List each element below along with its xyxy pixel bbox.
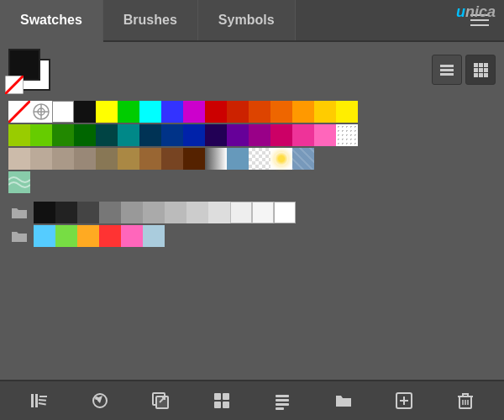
swatch-red1[interactable]: [205, 101, 227, 123]
import-button[interactable]: [145, 386, 176, 416]
swatch-tan2[interactable]: [30, 148, 52, 170]
group-folder-icon-2[interactable]: [8, 225, 30, 247]
swatch-blue2[interactable]: [183, 124, 205, 146]
none-indicator: [5, 76, 24, 94]
group-folder-icon-1[interactable]: [8, 202, 30, 223]
swatch-none[interactable]: [8, 101, 30, 123]
swatch-lightblue[interactable]: [227, 148, 249, 170]
svg-rect-13: [484, 73, 488, 77]
swatch-group-row-2: [8, 225, 496, 247]
swatch-teal[interactable]: [118, 124, 139, 146]
swatch-registration[interactable]: [30, 101, 52, 123]
swatch-brown4[interactable]: [161, 148, 183, 170]
swatch-yellow2[interactable]: [314, 101, 336, 123]
library-button[interactable]: [24, 386, 54, 416]
place-icon: [90, 391, 110, 411]
folder-button[interactable]: [328, 386, 359, 416]
swatch-paleblue[interactable]: [143, 225, 165, 247]
swatch-cyan[interactable]: [139, 101, 161, 123]
swatch-rose[interactable]: [121, 225, 143, 247]
swatch-black[interactable]: [74, 101, 96, 123]
swatch-lightpink[interactable]: [314, 124, 336, 146]
svg-rect-11: [474, 73, 478, 77]
swatch-darkgreen2[interactable]: [74, 124, 96, 146]
swatch-gray6[interactable]: [230, 202, 252, 223]
color-squares[interactable]: [8, 49, 50, 91]
swatch-red3[interactable]: [249, 101, 270, 123]
swatch-darkblue1[interactable]: [139, 124, 161, 146]
swatch-white[interactable]: [52, 101, 74, 123]
swatch-floral-pattern[interactable]: [292, 148, 314, 170]
swatch-tan4[interactable]: [74, 148, 96, 170]
grid-button[interactable]: [207, 386, 237, 416]
swatch-darkbrown[interactable]: [183, 148, 205, 170]
swatch-gray-gradient[interactable]: [205, 148, 227, 170]
brand-logo: unica: [451, 2, 501, 23]
svg-rect-21: [39, 396, 47, 397]
swatch-gray2[interactable]: [143, 202, 165, 223]
svg-point-25: [95, 396, 98, 400]
swatch-darkblue2[interactable]: [161, 124, 183, 146]
swatch-orange2[interactable]: [292, 101, 314, 123]
tab-symbols[interactable]: Symbols: [198, 0, 296, 40]
swatch-gray-dark2[interactable]: [77, 202, 99, 223]
swatch-yellow3[interactable]: [336, 101, 358, 123]
swatch-brown1[interactable]: [96, 148, 118, 170]
swatch-gray-white[interactable]: [274, 202, 296, 223]
import-icon: [150, 391, 171, 411]
swatch-tan1[interactable]: [8, 148, 30, 170]
swatch-magenta[interactable]: [183, 101, 205, 123]
swatch-gray4[interactable]: [186, 202, 208, 223]
delete-icon: [455, 391, 475, 411]
svg-rect-12: [479, 73, 483, 77]
swatch-gray5[interactable]: [208, 202, 230, 223]
swatch-gray-mid[interactable]: [99, 202, 121, 223]
swatch-gray-dark1[interactable]: [55, 202, 77, 223]
swatch-gray1[interactable]: [121, 202, 143, 223]
swatch-pattern-dots[interactable]: [336, 124, 358, 146]
tab-swatches[interactable]: Swatches: [0, 0, 103, 42]
swatch-brightred[interactable]: [99, 225, 121, 247]
grid-view-button[interactable]: [465, 55, 496, 85]
swatch-tan3[interactable]: [52, 148, 74, 170]
swatch-skyblue[interactable]: [34, 225, 55, 247]
list-view-icon: [438, 61, 455, 78]
swatch-gray-black[interactable]: [34, 202, 55, 223]
swatch-gray3[interactable]: [165, 202, 186, 223]
view-buttons: [432, 55, 496, 85]
swatch-pink[interactable]: [270, 124, 292, 146]
swatch-darkteal[interactable]: [96, 124, 118, 146]
swatch-check-pattern[interactable]: [249, 148, 270, 170]
swatch-limegreen[interactable]: [55, 225, 77, 247]
swatch-darkpurple[interactable]: [205, 124, 227, 146]
swatch-gold[interactable]: [77, 225, 99, 247]
swatch-magenta2[interactable]: [249, 124, 270, 146]
svg-rect-4: [440, 73, 454, 76]
swatch-lightgreen[interactable]: [30, 124, 52, 146]
grid-view-icon: [472, 61, 489, 78]
svg-rect-5: [474, 63, 478, 67]
swatch-blue[interactable]: [161, 101, 183, 123]
swatch-yellowgreen[interactable]: [8, 124, 30, 146]
swatch-orange1[interactable]: [270, 101, 292, 123]
list-view-button[interactable]: [432, 55, 462, 85]
swatch-darkgreen1[interactable]: [52, 124, 74, 146]
swatch-red2[interactable]: [227, 101, 249, 123]
swatch-green[interactable]: [118, 101, 139, 123]
place-button[interactable]: [85, 386, 115, 416]
svg-rect-7: [484, 63, 488, 67]
swatch-brown3[interactable]: [139, 148, 161, 170]
swatch-yellow[interactable]: [96, 101, 118, 123]
swatch-wave-pattern[interactable]: [8, 171, 30, 193]
swatch-sun-pattern[interactable]: [270, 148, 292, 170]
swatch-brown2[interactable]: [118, 148, 139, 170]
tab-brushes[interactable]: Brushes: [103, 0, 198, 40]
swatch-purple[interactable]: [227, 124, 249, 146]
svg-rect-8: [474, 68, 478, 72]
delete-button[interactable]: [450, 386, 480, 416]
swatch-gray7[interactable]: [252, 202, 274, 223]
list-button[interactable]: [267, 386, 297, 416]
add-button[interactable]: [389, 386, 419, 416]
svg-rect-2: [440, 65, 454, 67]
swatch-hotpink[interactable]: [292, 124, 314, 146]
